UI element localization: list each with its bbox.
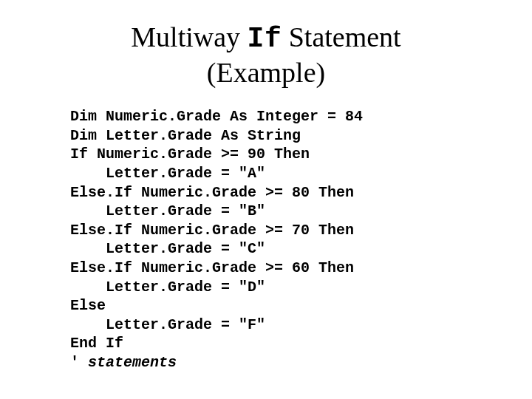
code-line-1: Dim Numeric.Grade As Integer = 84 — [70, 108, 363, 125]
slide-title: Multiway If Statement (Example) — [0, 21, 532, 89]
code-line-6: Letter.Grade = "B" — [70, 202, 265, 219]
code-line-14-prefix: ' — [70, 354, 88, 371]
code-line-4: Letter.Grade = "A" — [70, 165, 265, 182]
slide: Multiway If Statement (Example) Dim Nume… — [0, 0, 532, 399]
code-line-13: End If — [70, 335, 123, 352]
code-line-11: Else — [70, 297, 106, 314]
code-line-10: Letter.Grade = "D" — [70, 279, 265, 296]
code-line-5: Else.If Numeric.Grade >= 80 Then — [70, 184, 354, 201]
code-line-14-comment: statements — [88, 354, 177, 371]
code-line-7: Else.If Numeric.Grade >= 70 Then — [70, 222, 354, 239]
title-post: Statement — [282, 21, 400, 52]
title-line2: (Example) — [207, 57, 325, 88]
code-block: Dim Numeric.Grade As Integer = 84 Dim Le… — [70, 107, 532, 372]
code-line-3: If Numeric.Grade >= 90 Then — [70, 146, 310, 163]
code-line-2: Dim Letter.Grade As String — [70, 127, 301, 144]
code-line-12: Letter.Grade = "F" — [70, 316, 265, 333]
title-keyword: If — [248, 23, 282, 55]
code-line-8: Letter.Grade = "C" — [70, 240, 265, 257]
code-line-9: Else.If Numeric.Grade >= 60 Then — [70, 259, 354, 276]
title-pre: Multiway — [131, 21, 247, 52]
